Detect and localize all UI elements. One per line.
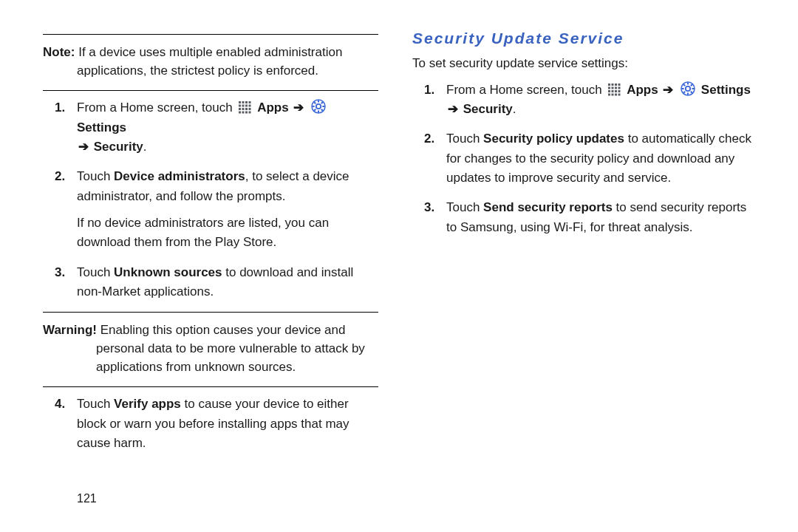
svg-rect-15 xyxy=(249,112,251,114)
page: Note: If a device uses multiple enabled … xyxy=(0,0,798,532)
svg-rect-35 xyxy=(612,90,614,92)
svg-rect-33 xyxy=(618,86,621,89)
svg-rect-36 xyxy=(615,90,617,92)
svg-rect-31 xyxy=(612,86,614,89)
svg-rect-29 xyxy=(618,83,621,86)
svg-rect-34 xyxy=(608,90,610,92)
rule-after-warning xyxy=(43,386,378,387)
arrow-icon: ➔ xyxy=(661,83,675,97)
left-steps-1-3: From a Home screen, touch Apps ➔ xyxy=(43,98,378,301)
period: . xyxy=(143,140,147,154)
svg-rect-41 xyxy=(618,93,621,95)
bold: Device administrators xyxy=(114,169,245,183)
apps-label: Apps xyxy=(627,83,658,97)
bold: Security policy updates xyxy=(483,132,624,146)
page-number: 121 xyxy=(77,492,97,505)
warning-block: Warning! Enabling this option causes you… xyxy=(43,320,378,382)
svg-rect-37 xyxy=(618,90,621,92)
section-title: Security Update Service xyxy=(412,30,754,47)
svg-line-49 xyxy=(691,91,692,92)
left-step-4: Touch Verify apps to cause your device t… xyxy=(77,395,378,453)
note-text: If a device uses multiple enabled admini… xyxy=(77,45,342,78)
note-label: Note: xyxy=(43,45,75,59)
settings-label: Settings xyxy=(77,120,126,134)
svg-rect-10 xyxy=(245,108,248,110)
warning-text: Enabling this option causes your device … xyxy=(96,323,365,373)
arrow-icon: ➔ xyxy=(292,100,305,115)
left-steps-4: Touch Verify apps to cause your device t… xyxy=(43,395,378,453)
bold: Send security reports xyxy=(483,200,613,214)
svg-rect-39 xyxy=(612,93,614,95)
svg-rect-9 xyxy=(242,108,245,110)
left-step-3: Touch Unknown sources to download and in… xyxy=(77,263,378,302)
svg-line-23 xyxy=(321,109,323,111)
warning-label: Warning! xyxy=(43,323,97,337)
svg-rect-5 xyxy=(242,105,245,107)
svg-rect-3 xyxy=(249,101,251,103)
settings-gear-icon xyxy=(311,99,326,114)
arrow-icon: ➔ xyxy=(446,102,460,116)
svg-rect-8 xyxy=(239,108,241,110)
text: Touch xyxy=(446,132,483,146)
settings-label: Settings xyxy=(701,83,751,97)
svg-rect-12 xyxy=(239,112,241,114)
security-label: Security xyxy=(94,140,143,154)
period: . xyxy=(513,102,516,116)
svg-line-24 xyxy=(321,102,323,103)
svg-line-51 xyxy=(683,91,685,92)
apps-grid-icon xyxy=(607,83,621,96)
svg-point-43 xyxy=(686,86,690,90)
left-column: Note: If a device uses multiple enabled … xyxy=(22,30,399,517)
rule-after-note xyxy=(43,90,378,91)
svg-line-22 xyxy=(314,102,316,103)
rule-before-warning xyxy=(43,312,378,313)
text: Touch xyxy=(446,200,483,214)
left-step-2: Touch Device administrators, to select a… xyxy=(77,167,378,252)
svg-point-17 xyxy=(316,104,321,109)
svg-rect-40 xyxy=(615,93,617,95)
svg-rect-0 xyxy=(239,101,241,103)
right-step-2: Touch Security policy updates to automat… xyxy=(446,129,754,188)
svg-rect-28 xyxy=(615,83,617,86)
arrow-icon: ➔ xyxy=(77,140,90,154)
step-prefix: From a Home screen, touch xyxy=(77,100,236,115)
svg-line-48 xyxy=(683,84,685,86)
step-prefix: From a Home screen, touch xyxy=(446,83,605,97)
right-step-1: From a Home screen, touch Apps ➔ xyxy=(446,81,754,120)
svg-rect-2 xyxy=(245,101,248,103)
right-column: Security Update Service To set security … xyxy=(399,30,776,517)
text: Touch xyxy=(77,265,114,279)
svg-rect-38 xyxy=(608,93,610,95)
right-steps: From a Home screen, touch Apps ➔ xyxy=(412,81,754,237)
bold: Unknown sources xyxy=(114,265,222,279)
bold: Verify apps xyxy=(114,397,181,411)
note-block: Note: If a device uses multiple enabled … xyxy=(43,42,378,86)
text: Touch xyxy=(77,397,114,411)
intro-text: To set security update service settings: xyxy=(412,55,754,73)
rule-top xyxy=(43,34,378,35)
apps-label: Apps xyxy=(257,100,289,115)
svg-rect-7 xyxy=(249,105,251,107)
svg-rect-26 xyxy=(608,83,610,86)
left-step-1: From a Home screen, touch Apps ➔ xyxy=(77,98,378,157)
svg-rect-30 xyxy=(608,86,610,89)
text: Touch xyxy=(77,169,114,183)
apps-grid-icon xyxy=(238,100,251,114)
right-step-3: Touch Send security reports to send secu… xyxy=(446,198,754,237)
sub-text: If no device administrators are listed, … xyxy=(77,214,378,253)
svg-rect-27 xyxy=(612,83,614,86)
settings-gear-icon xyxy=(681,81,695,96)
svg-rect-4 xyxy=(239,105,241,107)
svg-rect-14 xyxy=(245,112,248,114)
svg-rect-6 xyxy=(245,105,248,107)
security-label: Security xyxy=(463,102,513,116)
svg-line-50 xyxy=(691,84,692,86)
svg-rect-13 xyxy=(242,112,245,114)
svg-rect-1 xyxy=(242,101,245,103)
svg-line-25 xyxy=(314,109,316,111)
svg-rect-32 xyxy=(615,86,617,89)
svg-rect-11 xyxy=(249,108,251,110)
